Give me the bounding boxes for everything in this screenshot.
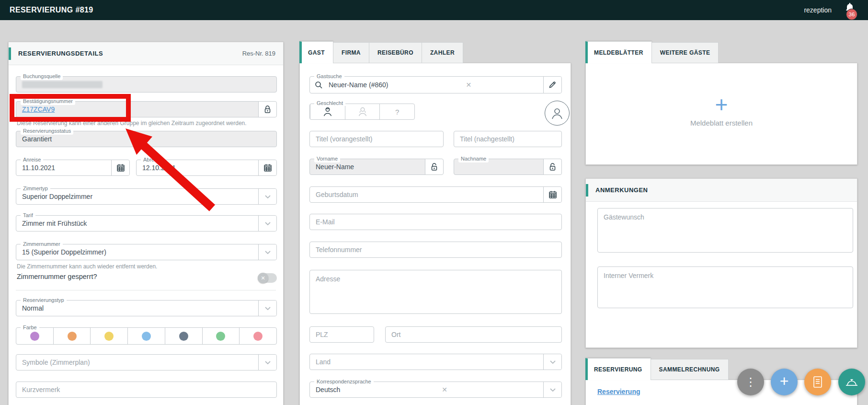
tab-sammelrechnung[interactable]: SAMMELRECHNUNG — [651, 359, 729, 380]
calendar-icon — [263, 163, 272, 172]
gender-female-button[interactable] — [345, 104, 380, 119]
symbole-dropdown-button[interactable] — [258, 355, 276, 370]
tab-reservierung[interactable]: RESERVIERUNG — [585, 358, 651, 380]
reservierungstyp-select[interactable]: Reservierungstyp Normal — [16, 300, 277, 316]
geburtsdatum-field — [309, 186, 562, 203]
registration-form-fab[interactable] — [804, 369, 831, 395]
notifications-button[interactable]: 36 — [844, 1, 858, 19]
lock-button[interactable] — [258, 102, 276, 117]
zimmernummer-dropdown-button[interactable] — [258, 244, 276, 260]
section-title: ANMERKUNGEN — [595, 186, 648, 194]
color-option-1[interactable] — [53, 328, 91, 344]
zimmertyp-dropdown-button[interactable] — [258, 189, 276, 204]
guest-avatar[interactable] — [545, 101, 570, 126]
section-accent — [586, 184, 588, 197]
zimmernummer-label: Zimmernummer — [21, 241, 63, 248]
telefon-field — [309, 242, 562, 258]
guest-tab-row: GAST FIRMA REISEBÜRO ZAHLER — [299, 42, 463, 63]
color-option-5[interactable] — [202, 328, 240, 344]
chevron-down-icon — [265, 222, 271, 225]
land-select[interactable]: Land — [309, 354, 562, 370]
tab-zahler[interactable]: ZAHLER — [422, 42, 463, 63]
plus-icon: + — [586, 95, 857, 114]
chevron-down-icon — [265, 195, 271, 198]
email-input[interactable] — [310, 214, 561, 230]
reception-bell-fab[interactable] — [838, 369, 865, 395]
reservierungsstatus-label: Reservierungsstatus — [21, 127, 73, 135]
zimmertyp-select[interactable]: Zimmertyp Superior Doppelzimmer — [16, 188, 277, 205]
farbe-label: Farbe — [21, 324, 39, 331]
color-dot — [253, 332, 263, 341]
interner-vermerk-textarea[interactable] — [597, 266, 853, 308]
korrespondenzsprache-clear-icon[interactable]: ✕ — [437, 386, 452, 393]
titel-nachgestellt-input[interactable] — [454, 131, 561, 147]
korrespondenzsprache-select[interactable]: Korrespondenzsprache Deutsch ✕ — [309, 382, 562, 398]
chevron-down-icon — [550, 388, 556, 392]
edit-guest-button[interactable] — [543, 77, 561, 93]
nachname-lock-button[interactable] — [543, 159, 561, 174]
toggle-thumb: ✕ — [258, 273, 268, 283]
tab-meldeblaetter[interactable]: MELDEBLÄTTER — [585, 41, 652, 63]
vorname-label: Vorname — [314, 155, 340, 162]
tarif-dropdown-button[interactable] — [258, 216, 276, 231]
lock-icon — [430, 162, 438, 171]
kurzvermerk-input[interactable] — [16, 382, 276, 397]
symbole-select[interactable]: Symbole (Zimmerplan) — [16, 354, 277, 370]
meldeblatt-tab-row: MELDEBLÄTTER WEITERE GÄSTE — [585, 42, 719, 63]
reservierungstyp-value: Normal — [16, 304, 49, 312]
plz-input[interactable] — [310, 327, 374, 342]
create-meldeblatt-button[interactable]: + Meldeblatt erstellen — [586, 95, 857, 127]
page-title: RESERVIERUNG #819 — [10, 6, 93, 14]
tab-firma[interactable]: FIRMA — [333, 42, 369, 63]
gastsuche-clear-icon[interactable]: ✕ — [461, 81, 476, 89]
zimmernummer-select[interactable]: Zimmernummer 15 (Superior Doppelzimmer) — [16, 244, 277, 260]
reservierungsstatus-field: Reservierungsstatus Garantiert — [16, 131, 277, 147]
vorname-lock-button[interactable] — [425, 159, 443, 174]
color-option-6[interactable] — [239, 328, 276, 344]
ort-input[interactable] — [386, 327, 561, 342]
zimmertyp-label: Zimmertyp — [21, 185, 50, 192]
anreise-calendar-button[interactable] — [111, 160, 129, 175]
zimmertyp-value: Superior Doppelzimmer — [16, 193, 98, 200]
tab-weitere-gaeste[interactable]: WEITERE GÄSTE — [652, 42, 719, 63]
reservierungstyp-dropdown-button[interactable] — [258, 301, 276, 316]
color-option-3[interactable] — [127, 328, 165, 344]
color-dot — [142, 332, 151, 341]
abreise-calendar-button[interactable] — [258, 160, 276, 175]
top-bar: RESERVIERUNG #819 rezeption 36 — [0, 0, 868, 20]
gender-unknown-button[interactable]: ? — [379, 104, 414, 119]
adresse-textarea[interactable] — [309, 270, 562, 314]
tab-reisebuero[interactable]: REISEBÜRO — [369, 42, 422, 63]
reservierung-link[interactable]: Reservierung — [597, 388, 640, 395]
geburtsdatum-calendar-button[interactable] — [543, 187, 561, 202]
more-actions-fab[interactable]: ⋮ — [737, 369, 764, 395]
meldeblatt-card: + Meldeblatt erstellen — [585, 63, 857, 165]
tarif-select[interactable]: Tarif Zimmer mit Frühstück — [16, 215, 277, 231]
topbar-right: rezeption 36 — [804, 1, 858, 19]
anreise-field[interactable]: Anreise 11.10.2021 — [16, 160, 130, 176]
kebab-icon: ⋮ — [745, 377, 756, 387]
tab-gast[interactable]: GAST — [299, 41, 333, 63]
lock-icon — [548, 162, 557, 171]
abreise-field[interactable]: Abreise 12.10.2021 — [136, 160, 277, 176]
bestaetigungsnummer-label: Bestätigungsnummer — [21, 98, 75, 105]
zimmernummer-gesperrt-toggle[interactable]: ✕ — [258, 273, 277, 283]
bestaetigungsnummer-link[interactable]: Z17ZCAV9 — [16, 105, 60, 113]
billing-tab-row: RESERVIERUNG SAMMELRECHNUNG — [585, 359, 729, 380]
color-option-2[interactable] — [90, 328, 127, 344]
telefon-input[interactable] — [310, 242, 561, 257]
gender-male-button[interactable] — [310, 104, 345, 119]
nachname-label: Nachname — [458, 155, 489, 162]
farbe-field: Farbe — [16, 327, 277, 345]
zimmernummer-hint: Die Zimmernummer kann auch wieder entfer… — [17, 263, 157, 270]
logged-in-user[interactable]: rezeption — [804, 6, 832, 14]
add-fab[interactable]: + — [771, 369, 798, 395]
gaestewunsch-textarea[interactable] — [597, 208, 853, 253]
land-dropdown-button[interactable] — [543, 354, 561, 370]
color-option-4[interactable] — [165, 328, 202, 344]
buchungsquelle-label: Buchungsquelle — [21, 73, 63, 80]
gastsuche-label: Gastsuche — [314, 73, 344, 80]
korrespondenzsprache-dropdown-button[interactable] — [543, 382, 561, 397]
titel-vorangestellt-input[interactable] — [310, 131, 443, 147]
geburtsdatum-input[interactable] — [310, 187, 543, 202]
